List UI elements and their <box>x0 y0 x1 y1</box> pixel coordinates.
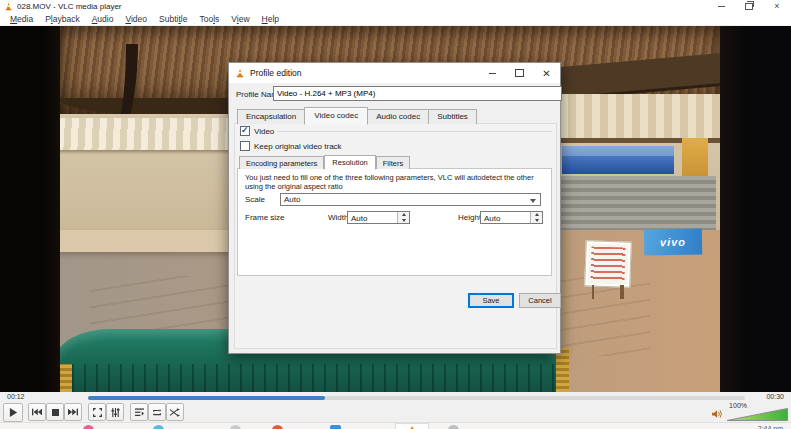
previous-button[interactable] <box>28 403 46 421</box>
menu-item-video[interactable]: Video <box>119 14 153 24</box>
taskbar-app-icon[interactable] <box>153 425 164 429</box>
chevron-down-icon <box>530 199 536 203</box>
player-controls: 00:12 00:30 <box>0 392 791 422</box>
shuffle-icon <box>170 408 180 417</box>
taskbar-app-icon[interactable] <box>330 425 341 429</box>
equalizer-sliders-icon <box>111 408 120 417</box>
taskbar-app-icon[interactable] <box>83 425 94 429</box>
skip-back-icon <box>32 408 42 416</box>
volume-slider[interactable] <box>727 408 788 421</box>
vlc-cone-icon <box>235 68 245 78</box>
menu-item-playback[interactable]: Playback <box>39 14 86 24</box>
restore-button[interactable] <box>735 0 763 13</box>
resolution-pane: You just need to fill one of the three f… <box>237 168 552 276</box>
cancel-button[interactable]: Cancel <box>519 293 561 308</box>
speaker-icon[interactable] <box>712 409 723 419</box>
left-pillar <box>0 26 60 392</box>
video-checkbox-row[interactable]: Video <box>240 126 274 136</box>
menu-item-media[interactable]: Media <box>4 14 39 24</box>
menu-bar: MediaPlaybackAudioVideoSubtitleToolsView… <box>0 13 791 26</box>
dialog-maximize-button[interactable] <box>506 63 533 83</box>
dialog-title: Profile edition <box>250 68 302 78</box>
save-button[interactable]: Save <box>468 293 514 308</box>
keep-original-checkbox[interactable] <box>240 141 250 151</box>
main-title-bar: 028.MOV - VLC media player <box>0 0 791 13</box>
extended-settings-button[interactable] <box>106 403 124 421</box>
next-button[interactable] <box>64 403 82 421</box>
restore-icon <box>745 3 753 10</box>
playlist-button[interactable] <box>130 403 148 421</box>
maximize-icon <box>515 69 524 77</box>
height-value: Auto <box>484 214 500 223</box>
codec-tab-bar: Encapsulation Video codec Audio codec Su… <box>237 109 476 124</box>
board-legs <box>592 285 624 299</box>
video-frame[interactable]: vivo Profile edition ✕ Profile Name <box>0 26 791 392</box>
play-icon <box>9 408 18 417</box>
total-time: 00:30 <box>766 393 784 400</box>
vlc-cone-icon <box>4 2 13 11</box>
tab-video-codec[interactable]: Video codec <box>304 107 368 125</box>
menu-item-help[interactable]: Help <box>256 14 285 24</box>
taskbar-vlc-active-icon[interactable] <box>395 423 429 429</box>
seek-bar[interactable] <box>88 396 745 400</box>
resolution-hint-text: You just need to fill one of the three f… <box>245 173 547 191</box>
width-label: Width <box>328 213 348 222</box>
random-button[interactable] <box>166 403 184 421</box>
elapsed-time: 00:12 <box>7 393 25 400</box>
taskbar-app-icon[interactable] <box>448 425 459 429</box>
menu-item-subtitle[interactable]: Subtitle <box>153 14 193 24</box>
loop-button[interactable] <box>148 403 166 421</box>
scale-value: Auto <box>284 195 300 204</box>
right-awning <box>544 94 722 143</box>
close-icon: × <box>774 2 779 11</box>
minimize-button[interactable] <box>707 0 735 13</box>
tab-subtitles[interactable]: Subtitles <box>428 109 477 124</box>
spinner-buttons[interactable] <box>397 212 409 223</box>
seat-fringe-right <box>556 348 569 392</box>
video-checkbox[interactable] <box>240 126 250 136</box>
scale-combobox[interactable]: Auto <box>280 193 541 206</box>
spin-down-icon[interactable] <box>398 218 409 224</box>
scale-label: Scale <box>245 195 265 204</box>
stop-button[interactable] <box>46 403 64 421</box>
subtab-encoding-parameters[interactable]: Encoding parameters <box>239 156 324 169</box>
height-spinbox[interactable]: Auto <box>480 211 543 224</box>
tab-audio-codec[interactable]: Audio codec <box>367 109 429 124</box>
windows-taskbar[interactable]: 2:44 pm <box>0 422 791 429</box>
close-button[interactable]: × <box>763 0 791 13</box>
profile-name-input[interactable] <box>273 86 562 101</box>
keep-original-checkbox-label: Keep original video track <box>254 142 342 151</box>
width-value: Auto <box>351 214 367 223</box>
keep-original-checkbox-row[interactable]: Keep original video track <box>240 141 342 151</box>
resolution-subtab-bar: Encoding parameters Resolution Filters <box>239 155 410 169</box>
seat-pleats <box>60 364 564 392</box>
fullscreen-icon <box>93 408 102 417</box>
seek-bar-fill <box>88 396 325 400</box>
dialog-close-button[interactable]: ✕ <box>533 63 560 83</box>
spin-down-icon[interactable] <box>531 218 542 224</box>
minimize-icon <box>718 6 725 7</box>
width-spinbox[interactable]: Auto <box>347 211 410 224</box>
stop-icon <box>52 409 59 416</box>
seat-fringe-left <box>60 364 72 392</box>
subtab-filters[interactable]: Filters <box>376 156 410 169</box>
play-button[interactable] <box>3 403 23 422</box>
taskbar-app-icon[interactable] <box>230 425 241 429</box>
tab-encapsulation[interactable]: Encapsulation <box>237 109 305 124</box>
subtab-resolution[interactable]: Resolution <box>324 155 375 170</box>
frame-size-label: Frame size <box>245 213 285 222</box>
playlist-icon <box>135 408 144 417</box>
fullscreen-button[interactable] <box>88 403 106 421</box>
minimize-icon <box>489 73 496 74</box>
dialog-minimize-button[interactable] <box>479 63 506 83</box>
height-label: Height <box>458 213 481 222</box>
menu-item-tools[interactable]: Tools <box>193 14 225 24</box>
taskbar-clock: 2:44 pm <box>758 425 783 429</box>
menu-item-audio[interactable]: Audio <box>86 14 120 24</box>
separator-line <box>277 131 552 132</box>
right-pillar <box>720 26 791 392</box>
spinner-buttons[interactable] <box>530 212 542 223</box>
window-title: 028.MOV - VLC media player <box>17 2 122 11</box>
taskbar-app-icon[interactable] <box>272 425 283 429</box>
menu-item-view[interactable]: View <box>225 14 255 24</box>
